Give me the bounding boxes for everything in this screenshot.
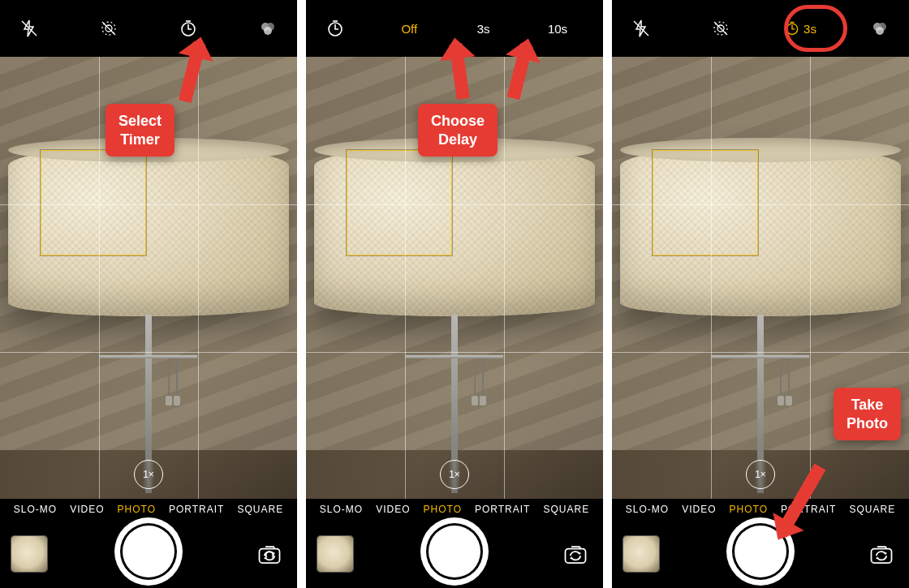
timer-value: 3s bbox=[803, 22, 816, 36]
timer-option-3s[interactable]: 3s bbox=[467, 11, 500, 46]
mode-square[interactable]: SQUARE bbox=[849, 504, 895, 515]
callout-take-photo: Take Photo bbox=[834, 388, 901, 440]
timer-option-off[interactable]: Off bbox=[393, 11, 425, 46]
timer-icon-active[interactable]: 3s bbox=[784, 11, 816, 46]
svg-point-18 bbox=[876, 27, 884, 35]
mode-slomo[interactable]: SLO-MO bbox=[626, 504, 669, 515]
mode-photo[interactable]: PHOTO bbox=[118, 504, 156, 515]
shutter-button[interactable] bbox=[426, 523, 483, 580]
svg-rect-8 bbox=[260, 549, 280, 564]
svg-line-14 bbox=[714, 22, 727, 35]
camera-screen-step2: Off 3s 10s 1× Choose Delay SLO-MO VIDEO … bbox=[306, 0, 603, 588]
mode-portrait[interactable]: PORTRAIT bbox=[781, 504, 836, 515]
timer-icon[interactable] bbox=[172, 11, 205, 46]
bottom-controls: SLO-MO VIDEO PHOTO PORTRAIT SQUARE bbox=[306, 499, 603, 588]
mode-slomo[interactable]: SLO-MO bbox=[320, 504, 363, 515]
mode-square[interactable]: SQUARE bbox=[237, 504, 283, 515]
svg-rect-10 bbox=[566, 549, 586, 564]
zoom-toggle[interactable]: 1× bbox=[134, 460, 163, 489]
mode-portrait[interactable]: PORTRAIT bbox=[169, 504, 224, 515]
svg-point-7 bbox=[264, 27, 272, 35]
zoom-toggle[interactable]: 1× bbox=[746, 460, 775, 489]
focus-indicator bbox=[41, 150, 146, 255]
callout-choose-delay: Choose Delay bbox=[418, 104, 498, 157]
last-photo-thumbnail[interactable] bbox=[317, 536, 353, 572]
mode-portrait[interactable]: PORTRAIT bbox=[475, 504, 530, 515]
zoom-toggle[interactable]: 1× bbox=[440, 460, 469, 489]
top-controls: Off 3s 10s bbox=[306, 0, 603, 57]
mode-selector[interactable]: SLO-MO VIDEO PHOTO PORTRAIT SQUARE bbox=[612, 504, 909, 515]
switch-camera-icon[interactable] bbox=[253, 541, 286, 569]
mode-video[interactable]: VIDEO bbox=[376, 504, 410, 515]
top-controls bbox=[0, 0, 297, 57]
mode-square[interactable]: SQUARE bbox=[543, 504, 589, 515]
bottom-controls: SLO-MO VIDEO PHOTO PORTRAIT SQUARE bbox=[612, 499, 909, 588]
last-photo-thumbnail[interactable] bbox=[11, 536, 47, 572]
top-controls: 3s bbox=[612, 0, 909, 57]
mode-video[interactable]: VIDEO bbox=[70, 504, 104, 515]
mode-photo[interactable]: PHOTO bbox=[424, 504, 462, 515]
flash-off-icon[interactable] bbox=[13, 11, 45, 46]
last-photo-thumbnail[interactable] bbox=[623, 536, 659, 572]
svg-rect-19 bbox=[872, 549, 892, 564]
mode-selector[interactable]: SLO-MO VIDEO PHOTO PORTRAIT SQUARE bbox=[306, 504, 603, 515]
timer-option-10s[interactable]: 10s bbox=[541, 11, 574, 46]
shutter-button[interactable] bbox=[732, 523, 789, 580]
filters-icon[interactable] bbox=[864, 11, 896, 46]
focus-indicator bbox=[653, 150, 758, 255]
mode-slomo[interactable]: SLO-MO bbox=[14, 504, 57, 515]
callout-select-timer: Select Timer bbox=[106, 104, 174, 157]
timer-icon[interactable] bbox=[319, 11, 351, 46]
svg-line-3 bbox=[102, 22, 115, 35]
bottom-controls: SLO-MO VIDEO PHOTO PORTRAIT SQUARE bbox=[0, 499, 297, 588]
camera-screen-step1: 1× Select Timer SLO-MO VIDEO PHOTO PORTR… bbox=[0, 0, 297, 588]
focus-indicator bbox=[347, 150, 452, 255]
switch-camera-icon[interactable] bbox=[559, 541, 592, 569]
mode-photo[interactable]: PHOTO bbox=[730, 504, 768, 515]
live-photo-off-icon[interactable] bbox=[704, 11, 737, 46]
mode-selector[interactable]: SLO-MO VIDEO PHOTO PORTRAIT SQUARE bbox=[0, 504, 297, 515]
live-photo-off-icon[interactable] bbox=[93, 11, 125, 46]
switch-camera-icon[interactable] bbox=[865, 541, 898, 569]
camera-screen-step3: 3s 1× Take Photo SLO-MO VIDEO PHOTO PORT… bbox=[612, 0, 909, 588]
shutter-button[interactable] bbox=[120, 523, 177, 580]
flash-off-icon[interactable] bbox=[625, 11, 657, 46]
filters-icon[interactable] bbox=[252, 11, 284, 46]
mode-video[interactable]: VIDEO bbox=[682, 504, 716, 515]
